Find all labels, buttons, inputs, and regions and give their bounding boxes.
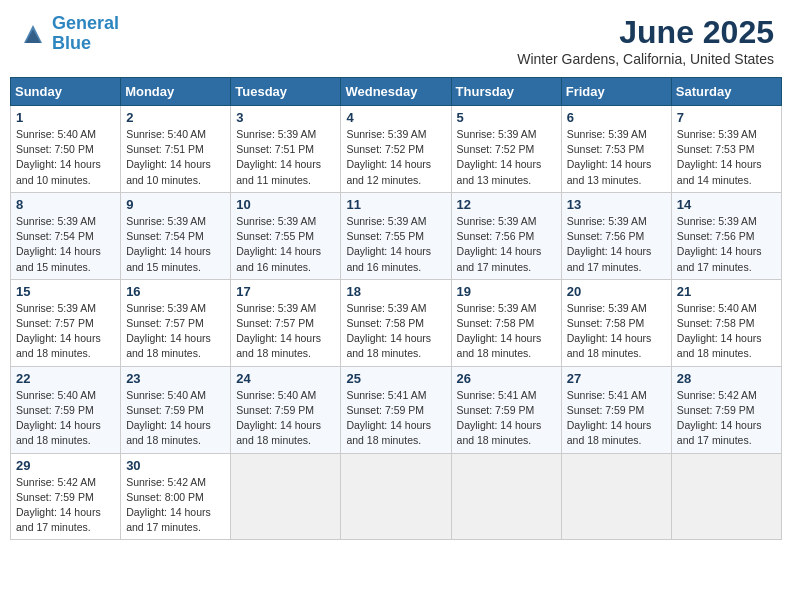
day-number: 24	[236, 371, 335, 386]
calendar-cell: 13Sunrise: 5:39 AM Sunset: 7:56 PM Dayli…	[561, 192, 671, 279]
logo-icon	[18, 19, 48, 49]
day-number: 14	[677, 197, 776, 212]
day-info: Sunrise: 5:40 AM Sunset: 7:59 PM Dayligh…	[126, 388, 225, 449]
day-info: Sunrise: 5:39 AM Sunset: 7:57 PM Dayligh…	[236, 301, 335, 362]
calendar-cell: 26Sunrise: 5:41 AM Sunset: 7:59 PM Dayli…	[451, 366, 561, 453]
day-info: Sunrise: 5:39 AM Sunset: 7:55 PM Dayligh…	[346, 214, 445, 275]
logo: General Blue	[18, 14, 119, 54]
day-number: 28	[677, 371, 776, 386]
day-number: 10	[236, 197, 335, 212]
calendar-cell: 22Sunrise: 5:40 AM Sunset: 7:59 PM Dayli…	[11, 366, 121, 453]
day-number: 3	[236, 110, 335, 125]
calendar-cell: 24Sunrise: 5:40 AM Sunset: 7:59 PM Dayli…	[231, 366, 341, 453]
day-number: 19	[457, 284, 556, 299]
calendar-cell: 17Sunrise: 5:39 AM Sunset: 7:57 PM Dayli…	[231, 279, 341, 366]
day-info: Sunrise: 5:40 AM Sunset: 7:59 PM Dayligh…	[16, 388, 115, 449]
calendar-cell: 10Sunrise: 5:39 AM Sunset: 7:55 PM Dayli…	[231, 192, 341, 279]
weekday-header-row: SundayMondayTuesdayWednesdayThursdayFrid…	[11, 78, 782, 106]
calendar-cell: 11Sunrise: 5:39 AM Sunset: 7:55 PM Dayli…	[341, 192, 451, 279]
day-info: Sunrise: 5:42 AM Sunset: 7:59 PM Dayligh…	[16, 475, 115, 536]
page-header: General Blue June 2025 Winter Gardens, C…	[10, 10, 782, 71]
day-number: 6	[567, 110, 666, 125]
day-number: 13	[567, 197, 666, 212]
calendar-cell: 1Sunrise: 5:40 AM Sunset: 7:50 PM Daylig…	[11, 106, 121, 193]
calendar-cell: 27Sunrise: 5:41 AM Sunset: 7:59 PM Dayli…	[561, 366, 671, 453]
day-number: 5	[457, 110, 556, 125]
calendar-week-row: 29Sunrise: 5:42 AM Sunset: 7:59 PM Dayli…	[11, 453, 782, 540]
calendar-week-row: 1Sunrise: 5:40 AM Sunset: 7:50 PM Daylig…	[11, 106, 782, 193]
calendar-cell	[341, 453, 451, 540]
day-info: Sunrise: 5:40 AM Sunset: 7:50 PM Dayligh…	[16, 127, 115, 188]
day-info: Sunrise: 5:40 AM Sunset: 7:58 PM Dayligh…	[677, 301, 776, 362]
calendar-cell: 7Sunrise: 5:39 AM Sunset: 7:53 PM Daylig…	[671, 106, 781, 193]
day-info: Sunrise: 5:39 AM Sunset: 7:57 PM Dayligh…	[126, 301, 225, 362]
calendar-cell: 15Sunrise: 5:39 AM Sunset: 7:57 PM Dayli…	[11, 279, 121, 366]
weekday-header: Monday	[121, 78, 231, 106]
calendar-week-row: 22Sunrise: 5:40 AM Sunset: 7:59 PM Dayli…	[11, 366, 782, 453]
calendar-cell	[451, 453, 561, 540]
day-info: Sunrise: 5:39 AM Sunset: 7:57 PM Dayligh…	[16, 301, 115, 362]
day-info: Sunrise: 5:41 AM Sunset: 7:59 PM Dayligh…	[457, 388, 556, 449]
logo-line1: General	[52, 13, 119, 33]
calendar-cell: 8Sunrise: 5:39 AM Sunset: 7:54 PM Daylig…	[11, 192, 121, 279]
day-number: 8	[16, 197, 115, 212]
calendar-cell: 25Sunrise: 5:41 AM Sunset: 7:59 PM Dayli…	[341, 366, 451, 453]
day-info: Sunrise: 5:39 AM Sunset: 7:53 PM Dayligh…	[677, 127, 776, 188]
calendar-cell: 23Sunrise: 5:40 AM Sunset: 7:59 PM Dayli…	[121, 366, 231, 453]
day-number: 26	[457, 371, 556, 386]
day-info: Sunrise: 5:39 AM Sunset: 7:52 PM Dayligh…	[346, 127, 445, 188]
day-number: 15	[16, 284, 115, 299]
weekday-header: Wednesday	[341, 78, 451, 106]
logo-text: General Blue	[52, 14, 119, 54]
calendar-cell: 30Sunrise: 5:42 AM Sunset: 8:00 PM Dayli…	[121, 453, 231, 540]
calendar-cell: 5Sunrise: 5:39 AM Sunset: 7:52 PM Daylig…	[451, 106, 561, 193]
calendar-cell: 14Sunrise: 5:39 AM Sunset: 7:56 PM Dayli…	[671, 192, 781, 279]
calendar-week-row: 15Sunrise: 5:39 AM Sunset: 7:57 PM Dayli…	[11, 279, 782, 366]
day-number: 23	[126, 371, 225, 386]
calendar-cell	[671, 453, 781, 540]
weekday-header: Friday	[561, 78, 671, 106]
day-number: 29	[16, 458, 115, 473]
weekday-header: Saturday	[671, 78, 781, 106]
month-title: June 2025	[517, 14, 774, 51]
day-number: 30	[126, 458, 225, 473]
calendar-cell	[231, 453, 341, 540]
calendar-cell: 2Sunrise: 5:40 AM Sunset: 7:51 PM Daylig…	[121, 106, 231, 193]
calendar-cell	[561, 453, 671, 540]
day-info: Sunrise: 5:39 AM Sunset: 7:58 PM Dayligh…	[567, 301, 666, 362]
day-info: Sunrise: 5:39 AM Sunset: 7:58 PM Dayligh…	[457, 301, 556, 362]
day-number: 27	[567, 371, 666, 386]
day-number: 12	[457, 197, 556, 212]
calendar-cell: 12Sunrise: 5:39 AM Sunset: 7:56 PM Dayli…	[451, 192, 561, 279]
day-number: 9	[126, 197, 225, 212]
calendar-cell: 29Sunrise: 5:42 AM Sunset: 7:59 PM Dayli…	[11, 453, 121, 540]
day-number: 18	[346, 284, 445, 299]
calendar-cell: 21Sunrise: 5:40 AM Sunset: 7:58 PM Dayli…	[671, 279, 781, 366]
logo-line2: Blue	[52, 33, 91, 53]
day-number: 25	[346, 371, 445, 386]
day-info: Sunrise: 5:39 AM Sunset: 7:56 PM Dayligh…	[457, 214, 556, 275]
day-info: Sunrise: 5:39 AM Sunset: 7:51 PM Dayligh…	[236, 127, 335, 188]
calendar-cell: 9Sunrise: 5:39 AM Sunset: 7:54 PM Daylig…	[121, 192, 231, 279]
location: Winter Gardens, California, United State…	[517, 51, 774, 67]
day-info: Sunrise: 5:42 AM Sunset: 8:00 PM Dayligh…	[126, 475, 225, 536]
weekday-header: Tuesday	[231, 78, 341, 106]
calendar-week-row: 8Sunrise: 5:39 AM Sunset: 7:54 PM Daylig…	[11, 192, 782, 279]
calendar-table: SundayMondayTuesdayWednesdayThursdayFrid…	[10, 77, 782, 540]
calendar-cell: 28Sunrise: 5:42 AM Sunset: 7:59 PM Dayli…	[671, 366, 781, 453]
weekday-header: Thursday	[451, 78, 561, 106]
day-info: Sunrise: 5:39 AM Sunset: 7:56 PM Dayligh…	[677, 214, 776, 275]
day-info: Sunrise: 5:39 AM Sunset: 7:52 PM Dayligh…	[457, 127, 556, 188]
day-number: 11	[346, 197, 445, 212]
day-info: Sunrise: 5:41 AM Sunset: 7:59 PM Dayligh…	[346, 388, 445, 449]
day-info: Sunrise: 5:42 AM Sunset: 7:59 PM Dayligh…	[677, 388, 776, 449]
day-info: Sunrise: 5:39 AM Sunset: 7:55 PM Dayligh…	[236, 214, 335, 275]
calendar-cell: 18Sunrise: 5:39 AM Sunset: 7:58 PM Dayli…	[341, 279, 451, 366]
calendar-cell: 4Sunrise: 5:39 AM Sunset: 7:52 PM Daylig…	[341, 106, 451, 193]
day-number: 22	[16, 371, 115, 386]
day-info: Sunrise: 5:39 AM Sunset: 7:54 PM Dayligh…	[126, 214, 225, 275]
day-number: 17	[236, 284, 335, 299]
calendar-cell: 6Sunrise: 5:39 AM Sunset: 7:53 PM Daylig…	[561, 106, 671, 193]
calendar-cell: 3Sunrise: 5:39 AM Sunset: 7:51 PM Daylig…	[231, 106, 341, 193]
day-number: 2	[126, 110, 225, 125]
